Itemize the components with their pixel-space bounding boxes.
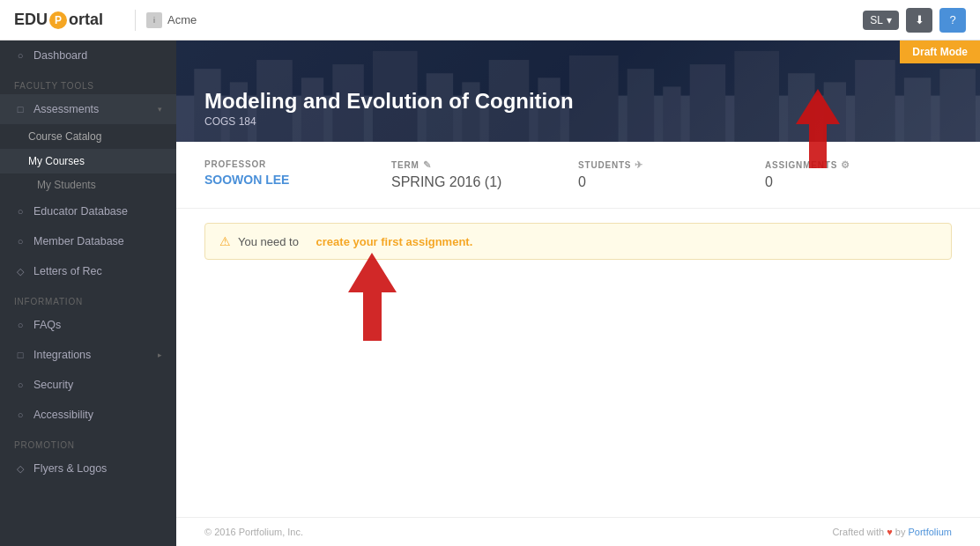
sidebar: ○ Dashboard FACULTY TOOLS □ Assessments … xyxy=(0,41,176,546)
logo-portal-icon: P xyxy=(49,11,67,29)
sidebar-label-educator-database: Educator Database xyxy=(33,205,128,218)
instance-name: Acme xyxy=(167,13,197,26)
students-value: 0 xyxy=(578,174,765,190)
sidebar-label-accessibility: Accessibility xyxy=(33,409,93,421)
footer-crafted: Crafted with ♥ by Portfolium xyxy=(832,527,952,537)
sidebar-label-course-catalog: Course Catalog xyxy=(28,130,101,143)
heart-icon: ♥ xyxy=(887,527,893,537)
main-content: Modeling and Evolution of Cognition COGS… xyxy=(176,41,980,546)
info-block-assignments: ASSIGNMENTS ⚙ 0 xyxy=(765,159,952,190)
letters-icon: ◇ xyxy=(14,265,26,277)
top-bar-divider xyxy=(135,10,136,31)
term-edit-icon[interactable]: ✎ xyxy=(423,159,432,171)
educator-database-icon: ○ xyxy=(14,205,26,218)
sidebar-item-flyers-logos[interactable]: ◇ Flyers & Logos xyxy=(0,454,176,483)
assessments-icon: □ xyxy=(14,103,26,115)
sidebar-item-dashboard[interactable]: ○ Dashboard xyxy=(0,41,176,70)
sidebar-item-faqs[interactable]: ○ FAQs xyxy=(0,310,176,340)
info-block-students: STUDENTS ✈ 0 xyxy=(578,159,765,190)
term-value: SPRING 2016 (1) xyxy=(391,174,578,190)
sidebar-item-educator-database[interactable]: ○ Educator Database xyxy=(0,196,176,226)
term-label: TERM ✎ xyxy=(391,159,578,171)
member-database-icon: ○ xyxy=(14,235,26,247)
footer-copyright: © 2016 Portfolium, Inc. xyxy=(204,527,303,537)
assignments-value: 0 xyxy=(765,174,952,190)
sidebar-label-dashboard: Dashboard xyxy=(33,49,87,62)
students-send-icon[interactable]: ✈ xyxy=(635,159,643,171)
sidebar-item-assessments[interactable]: □ Assessments ▾ xyxy=(0,94,176,124)
sidebar-section-faculty-tools: FACULTY TOOLS xyxy=(0,70,176,94)
integrations-chevron-icon: ▸ xyxy=(158,350,162,359)
draft-mode-badge: Draft Mode xyxy=(900,41,980,63)
sidebar-item-accessibility[interactable]: ○ Accessibility xyxy=(0,400,176,430)
alert-arrow xyxy=(344,253,401,343)
professor-value[interactable]: SOOWON LEE xyxy=(204,173,391,187)
help-button[interactable]: ? xyxy=(939,8,966,33)
sidebar-item-letters-of-rec[interactable]: ◇ Letters of Rec xyxy=(0,256,176,286)
assignments-label: ASSIGNMENTS ⚙ xyxy=(765,159,952,171)
app-wrapper: EDU P ortal i Acme SL ▾ ⬇ ? ○ xyxy=(0,0,980,546)
professor-label: PROFESSOR xyxy=(204,159,391,169)
portfolium-link[interactable]: Portfolium xyxy=(908,527,952,537)
alert-warning-icon: ⚠ xyxy=(219,234,231,248)
alert-area: ⚠ You need to create your first assignme… xyxy=(176,209,980,517)
course-banner: Modeling and Evolution of Cognition COGS… xyxy=(176,41,980,142)
accessibility-icon: ○ xyxy=(14,409,26,421)
sidebar-label-integrations: Integrations xyxy=(33,349,91,361)
logo: EDU P ortal xyxy=(14,11,103,29)
faqs-icon: ○ xyxy=(14,319,26,331)
sl-button[interactable]: SL ▾ xyxy=(863,11,899,30)
flyers-icon: ◇ xyxy=(14,462,26,475)
main-layout: ○ Dashboard FACULTY TOOLS □ Assessments … xyxy=(0,41,980,546)
sidebar-item-course-catalog[interactable]: Course Catalog xyxy=(0,124,176,149)
info-block-professor: PROFESSOR SOOWON LEE xyxy=(204,159,391,190)
security-icon: ○ xyxy=(14,379,26,391)
sidebar-section-information: INFORMATION xyxy=(0,286,176,310)
logo-ortal: ortal xyxy=(69,11,103,29)
course-info-row: PROFESSOR SOOWON LEE TERM ✎ SPRING 2016 … xyxy=(176,142,980,209)
top-bar-right: SL ▾ ⬇ ? xyxy=(863,8,966,33)
sidebar-label-my-students: My Students xyxy=(37,179,96,191)
students-label: STUDENTS ✈ xyxy=(578,159,765,171)
course-code: COGS 184 xyxy=(204,115,952,128)
sidebar-item-my-students[interactable]: My Students xyxy=(0,173,176,196)
alert-link[interactable]: create your first assignment. xyxy=(316,235,473,248)
sidebar-item-integrations[interactable]: □ Integrations ▸ xyxy=(0,340,176,370)
sidebar-label-member-database: Member Database xyxy=(33,235,124,247)
download-icon: ⬇ xyxy=(915,13,924,26)
sidebar-label-security: Security xyxy=(33,379,73,391)
help-icon: ? xyxy=(949,13,955,26)
assignments-settings-icon[interactable]: ⚙ xyxy=(841,159,850,171)
sidebar-label-faqs: FAQs xyxy=(33,319,61,331)
sl-chevron: ▾ xyxy=(887,14,892,26)
course-title: Modeling and Evolution of Cognition xyxy=(204,89,952,114)
top-bar: EDU P ortal i Acme SL ▾ ⬇ ? xyxy=(0,0,980,41)
download-button[interactable]: ⬇ xyxy=(906,8,932,33)
assessments-chevron-icon: ▾ xyxy=(158,105,162,114)
info-block-term: TERM ✎ SPRING 2016 (1) xyxy=(391,159,578,190)
sidebar-label-assessments: Assessments xyxy=(33,103,99,115)
footer: © 2016 Portfolium, Inc. Crafted with ♥ b… xyxy=(176,517,980,546)
sidebar-label-flyers-logos: Flyers & Logos xyxy=(33,462,107,475)
banner-content: Modeling and Evolution of Cognition COGS… xyxy=(204,89,952,128)
logo-edu: EDU xyxy=(14,11,48,29)
integrations-icon: □ xyxy=(14,349,26,361)
sidebar-section-promotion: PROMOTION xyxy=(0,430,176,454)
sidebar-label-letters-of-rec: Letters of Rec xyxy=(33,265,102,277)
sl-label: SL xyxy=(870,14,883,26)
sidebar-label-my-courses: My Courses xyxy=(28,155,85,167)
alert-box: ⚠ You need to create your first assignme… xyxy=(204,223,952,260)
svg-marker-22 xyxy=(348,253,397,341)
sidebar-item-security[interactable]: ○ Security xyxy=(0,370,176,400)
instance-icon: i xyxy=(146,12,162,28)
top-bar-instance: i Acme xyxy=(146,12,197,28)
alert-text-before: You need to xyxy=(238,235,299,248)
dashboard-icon: ○ xyxy=(14,49,26,62)
sidebar-item-member-database[interactable]: ○ Member Database xyxy=(0,226,176,256)
sidebar-item-my-courses[interactable]: My Courses xyxy=(0,149,176,173)
